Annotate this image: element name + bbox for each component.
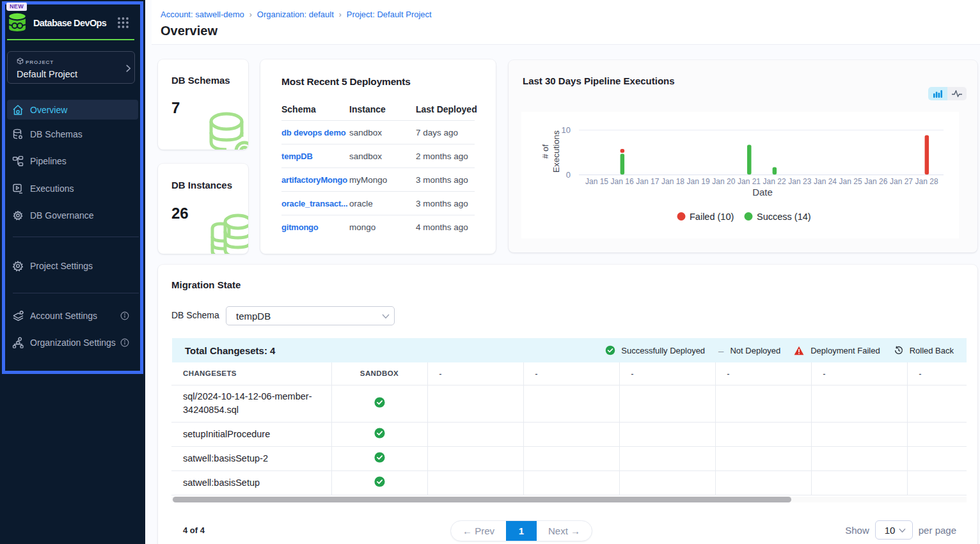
svg-text:Executions: Executions [551, 130, 561, 173]
svg-text:Success (14): Success (14) [757, 212, 811, 222]
svg-text:Jan 20: Jan 20 [712, 177, 735, 186]
svg-text:Jan 26: Jan 26 [864, 177, 887, 186]
svg-text:Jan 22: Jan 22 [763, 177, 786, 186]
svg-text:Jan 28: Jan 28 [915, 177, 938, 186]
svg-text:Jan 19: Jan 19 [687, 177, 710, 186]
svg-text:# of: # of [541, 144, 550, 159]
svg-text:Jan 25: Jan 25 [839, 177, 862, 186]
svg-text:Jan 16: Jan 16 [611, 177, 634, 186]
svg-text:Failed (10): Failed (10) [690, 212, 734, 222]
svg-text:Jan 24: Jan 24 [814, 177, 837, 186]
svg-text:Jan 17: Jan 17 [636, 177, 659, 186]
svg-text:10: 10 [562, 125, 571, 135]
svg-text:Jan 23: Jan 23 [788, 177, 811, 186]
svg-text:Jan 18: Jan 18 [661, 177, 684, 186]
svg-text:Jan 15: Jan 15 [585, 177, 608, 186]
svg-text:Date: Date [752, 187, 773, 198]
svg-text:Jan 27: Jan 27 [890, 177, 913, 186]
svg-text:Jan 21: Jan 21 [738, 177, 761, 186]
svg-text:0: 0 [566, 170, 571, 180]
